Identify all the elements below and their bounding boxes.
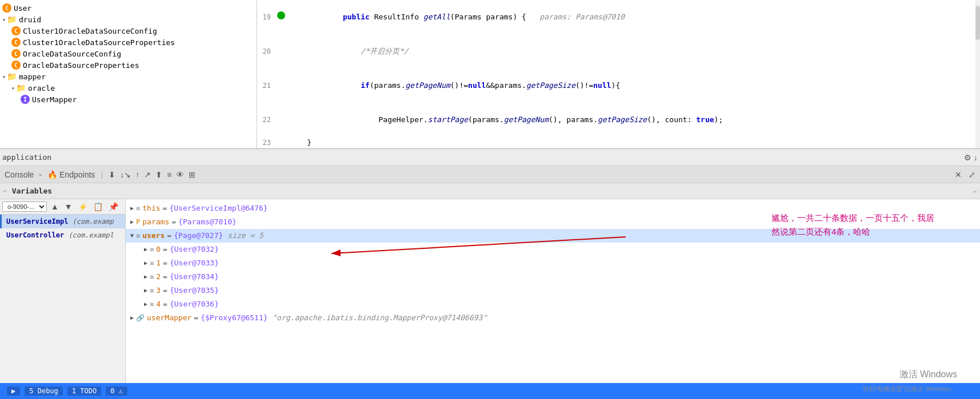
var-value: {Params@7010} [178,216,237,228]
var-name: users [142,230,165,241]
status-debug[interactable]: 5 Debug [25,386,63,396]
run-to-cursor-button[interactable]: ↗ [142,169,153,180]
field-icon: ≡ [150,285,154,296]
settings-button[interactable]: ⚙ [964,153,971,162]
var-value: {User@7035} [170,285,219,296]
frame-name: UserServiceImpl [6,217,68,225]
tree-item-druid[interactable]: ▾ 📁 druid [0,14,257,25]
code-content: PageHelper.startPage(params.getPageNum()… [287,103,980,137]
var-equals: = [163,203,167,214]
frame-pin-button[interactable]: 📌 [107,201,120,212]
tree-label: UserMapper [32,95,77,104]
expand-panel-button[interactable]: ⤢ [966,169,978,180]
project-tree: C User ▾ 📁 druid C Cluster1OracleDataSou… [0,0,257,148]
tree-item-cluster1-config[interactable]: C Cluster1OracleDataSourceConfig [0,25,257,37]
param-icon: P [136,216,140,228]
status-run[interactable]: ▶ [7,386,20,396]
var-users-2[interactable]: ▶ ≡ 2 = {User@7034} [126,270,980,284]
frame-item-userserviceimpl[interactable]: UserServiceImpl (com.examp [0,215,125,228]
thread-select[interactable]: o-9090-... [2,201,47,212]
debug-arrow [277,11,285,19]
var-equals: = [163,244,167,255]
var-equals: = [163,271,167,283]
frame-down-button[interactable]: ▼ [63,201,74,212]
folder-icon: 📁 [7,15,17,24]
var-value: {User@7032} [170,244,219,255]
var-equals: = [163,299,167,310]
scrollbar-right[interactable] [975,0,980,148]
var-users-1[interactable]: ▶ ≡ 1 = {User@7033} [126,256,980,270]
annotation-text-line2: 然说第二页还有4条，哈哈 [771,225,934,239]
top-area: C User ▾ 📁 druid C Cluster1OracleDataSou… [0,0,980,148]
frame-up-button[interactable]: ▲ [49,201,61,212]
code-content: } [287,137,980,148]
var-name: 0 [156,244,161,255]
step-over-button[interactable]: ⬇ [106,169,118,180]
annotation-text-line1: 尴尬，一共二十条数据，一页十五个，我居 [771,211,934,225]
tree-item-usermapper[interactable]: I UserMapper [0,94,257,105]
tree-label: druid [19,15,41,24]
folder-icon: 📁 [16,83,26,92]
console-button[interactable]: Console [2,169,36,180]
line-number: 23 [257,137,275,148]
tree-label: Cluster1OracleDataSourceConfig [23,27,157,35]
minimize-button[interactable]: ↓ [974,153,978,162]
grid-button[interactable]: ⊞ [186,169,198,180]
var-value: {User@7033} [170,257,219,269]
endpoints-button[interactable]: 🔥 Endpoints [45,169,97,180]
close-panel-button[interactable]: ✕ [953,169,964,180]
var-users-4[interactable]: ▶ ≡ 4 = {User@7036} [126,297,980,311]
tree-label: OracleDataSourceProperties [23,61,139,70]
tree-item-user[interactable]: C User [0,2,257,14]
tree-label: Cluster1OracleDataSourceProperties [23,38,175,47]
step-into-button[interactable]: ↓↘ [118,169,133,180]
tree-item-cluster1-props[interactable]: C Cluster1OracleDataSourceProperties [0,37,257,48]
var-users-3[interactable]: ▶ ≡ 3 = {User@7035} [126,284,980,297]
tree-item-mapper[interactable]: ▾ 📁 mapper [0,71,257,82]
tree-item-oracle-props[interactable]: C OracleDataSourceProperties [0,59,257,71]
var-users-0[interactable]: ▶ ≡ 0 = {User@7032} [126,243,980,256]
tree-label: OracleDataSourceConfig [23,50,121,58]
var-equals: = [163,285,167,296]
frame-filter-button[interactable]: ⚡ [77,202,89,212]
var-name: 1 [156,257,161,269]
var-value: {Page@7027} [174,230,223,241]
tree-item-oracle-folder[interactable]: ▾ 📁 oracle [0,82,257,94]
application-label: application [2,153,51,162]
variables-title: Variables [12,187,52,195]
line-number: 20 [257,46,275,57]
chevron-icon: ▾ [2,74,6,80]
var-usermapper[interactable]: ▶ 🔗 userMapper = {$Proxy67@6511} "org.ap… [126,311,980,325]
interface-icon: I [21,95,30,104]
scrollbar-thumb[interactable] [975,6,980,40]
code-lines: 19 public ResultInfo getAll(Params param… [257,0,980,148]
status-todo[interactable]: 1 TODO [67,386,101,396]
var-name: 3 [156,285,161,296]
frame-item-usercontroller[interactable]: UserController (com.exampl [0,228,125,242]
tree-label: oracle [28,84,55,92]
var-value: {$Proxy67@6511} [201,312,267,324]
class-icon: C [11,26,21,35]
field-icon: ≡ [136,230,140,241]
separator2: | [99,170,104,179]
evaluate-button[interactable]: ⬆ [153,169,165,180]
debug-controls-toolbar: Console ▸ 🔥 Endpoints | ⬇ ↓↘ ↑ ↗ ⬆ ≡ 👁 ⊞… [0,166,980,183]
field-icon: ≡ [150,244,154,255]
watch-button[interactable]: 👁 [174,169,186,180]
frames-button[interactable]: ≡ [165,169,174,180]
status-warnings[interactable]: 0 ⚠ [106,386,127,396]
code-line-21: 21 if(params.getPageNum()!=null&&params.… [257,68,980,103]
step-out-button[interactable]: ↑ [133,169,142,180]
field-icon: ≡ [136,203,140,214]
tree-item-oracle-config[interactable]: C OracleDataSourceConfig [0,48,257,59]
line-marker [275,11,287,23]
var-name: 2 [156,271,161,283]
windows-activate-label: 激活 Windows [899,369,957,381]
expand-chevron: ▶ [144,271,147,283]
code-editor: 19 public ResultInfo getAll(Params param… [257,0,980,148]
expand-chevron: ▶ [130,312,134,324]
endpoints-label: Endpoints [59,170,95,179]
var-value: {User@7036} [170,299,219,310]
frame-copy-button[interactable]: 📋 [91,201,105,212]
var-toolbar-right: ⇥ [973,187,977,195]
